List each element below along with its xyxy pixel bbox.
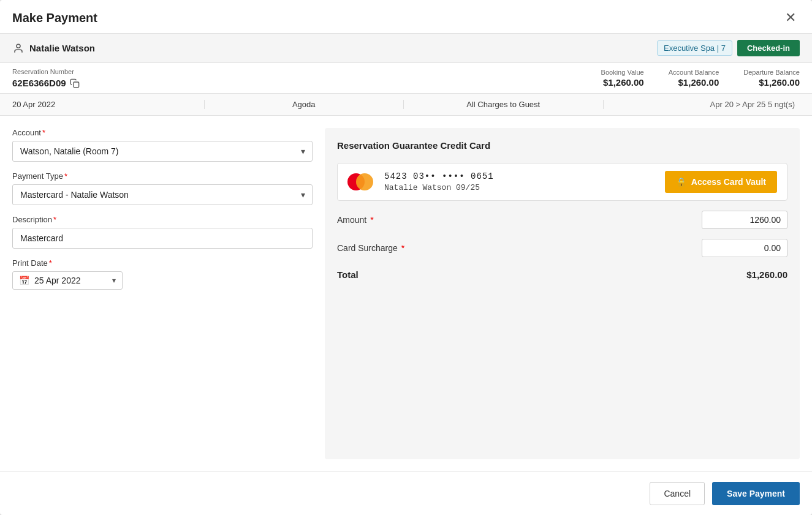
booking-value-label: Booking Value (601, 69, 644, 76)
total-row: Total $1,260.00 (337, 269, 787, 280)
account-group: Account* Watson, Natalie (Room 7) (12, 128, 313, 162)
checkedin-badge: Checked-in (737, 40, 800, 56)
modal-title: Make Payment (12, 11, 97, 25)
account-balance: $1,260.00 (678, 77, 719, 88)
account-balance-label: Account Balance (669, 69, 719, 76)
info-date: 20 Apr 2022 (12, 100, 202, 109)
amount-input[interactable] (702, 211, 787, 229)
payment-type-required: * (64, 171, 67, 181)
account-label: Account* (12, 128, 313, 137)
reservation-number-label: Reservation Number (12, 68, 80, 75)
departure-balance-label: Departure Balance (743, 69, 800, 76)
modal-footer: Cancel Save Payment (0, 472, 812, 515)
guest-name: Natalie Watson (29, 43, 95, 53)
make-payment-modal: Make Payment ✕ Natalie Watson Executive … (0, 0, 812, 515)
info-charges: All Charges to Guest (406, 100, 601, 109)
svg-point-0 (17, 44, 20, 48)
close-button[interactable]: ✕ (781, 10, 800, 26)
person-icon (12, 42, 25, 55)
reservation-bar: Reservation Number 62E6366D09 Booking Va… (0, 63, 812, 94)
card-number: 5423 03•• •••• 0651 (384, 171, 655, 181)
room-badge: Executive Spa | 7 (657, 40, 732, 56)
left-panel: Account* Watson, Natalie (Room 7) Paymen… (12, 128, 313, 459)
chevron-down-icon: ▾ (112, 276, 116, 285)
svg-rect-1 (74, 82, 79, 88)
copy-icon[interactable] (70, 78, 80, 88)
guest-badges: Executive Spa | 7 Checked-in (657, 40, 800, 56)
description-group: Description* (12, 215, 313, 249)
amount-row: Amount * (337, 211, 787, 229)
reservation-number: 62E6366D09 (12, 78, 66, 88)
print-date-value: 25 Apr 2022 (34, 276, 107, 285)
reservation-number-row: 62E6366D09 (12, 78, 80, 88)
description-input[interactable] (12, 228, 313, 249)
info-date-range: Apr 20 > Apr 25 5 ngt(s) (606, 100, 800, 109)
account-select[interactable]: Watson, Natalie (Room 7) (12, 141, 313, 162)
vault-btn-label: Access Card Vault (691, 177, 766, 187)
reservation-info-right: Booking Value $1,260.00 Account Balance … (601, 69, 800, 88)
save-payment-button[interactable]: Save Payment (712, 482, 800, 505)
info-source: Agoda (207, 100, 401, 109)
departure-balance-stat: Departure Balance $1,260.00 (743, 69, 800, 88)
account-balance-stat: Account Balance $1,260.00 (669, 69, 719, 88)
print-date-picker[interactable]: 📅 25 Apr 2022 ▾ (12, 271, 123, 290)
amount-required: * (368, 215, 373, 225)
modal-header: Make Payment ✕ (0, 0, 812, 34)
print-date-required: * (49, 258, 52, 268)
lock-icon: 🔒 (676, 177, 686, 187)
card-details: 5423 03•• •••• 0651 Natalie Watson 09/25 (384, 171, 655, 192)
cancel-button[interactable]: Cancel (650, 482, 705, 505)
description-label: Description* (12, 215, 313, 224)
total-value: $1,260.00 (746, 269, 787, 280)
print-date-group: Print Date* 📅 25 Apr 2022 ▾ (12, 258, 313, 290)
print-date-label: Print Date* (12, 258, 313, 268)
guest-bar: Natalie Watson Executive Spa | 7 Checked… (0, 34, 812, 63)
card-info-row: 5423 03•• •••• 0651 Natalie Watson 09/25… (337, 163, 787, 201)
departure-balance: $1,260.00 (759, 77, 800, 88)
description-required: * (53, 215, 56, 224)
reservation-info-left: Reservation Number 62E6366D09 (12, 68, 80, 88)
amount-label: Amount * (337, 215, 374, 225)
payment-type-select-wrapper: Mastercard - Natalie Watson (12, 184, 313, 205)
total-label: Total (337, 269, 359, 280)
info-bar: 20 Apr 2022 Agoda All Charges to Guest A… (0, 94, 812, 116)
surcharge-label: Card Surcharge * (337, 243, 404, 253)
surcharge-input[interactable] (702, 239, 787, 257)
mc-circle-right (356, 173, 373, 190)
guest-name-area: Natalie Watson (12, 42, 95, 55)
booking-value-stat: Booking Value $1,260.00 (601, 69, 644, 88)
payment-type-group: Payment Type* Mastercard - Natalie Watso… (12, 171, 313, 205)
payment-type-select[interactable]: Mastercard - Natalie Watson (12, 184, 313, 205)
body-area: Account* Watson, Natalie (Room 7) Paymen… (0, 116, 812, 472)
surcharge-row: Card Surcharge * (337, 239, 787, 257)
account-required: * (42, 128, 45, 137)
booking-value: $1,260.00 (603, 77, 644, 88)
card-section-title: Reservation Guarantee Credit Card (337, 140, 787, 151)
surcharge-required: * (399, 243, 404, 253)
card-holder: Natalie Watson 09/25 (384, 183, 655, 192)
account-select-wrapper: Watson, Natalie (Room 7) (12, 141, 313, 162)
access-card-vault-button[interactable]: 🔒 Access Card Vault (665, 171, 777, 193)
calendar-icon: 📅 (19, 276, 29, 285)
payment-type-label: Payment Type* (12, 171, 313, 181)
right-panel: Reservation Guarantee Credit Card 5423 0… (325, 128, 800, 459)
mastercard-icon (347, 173, 374, 191)
